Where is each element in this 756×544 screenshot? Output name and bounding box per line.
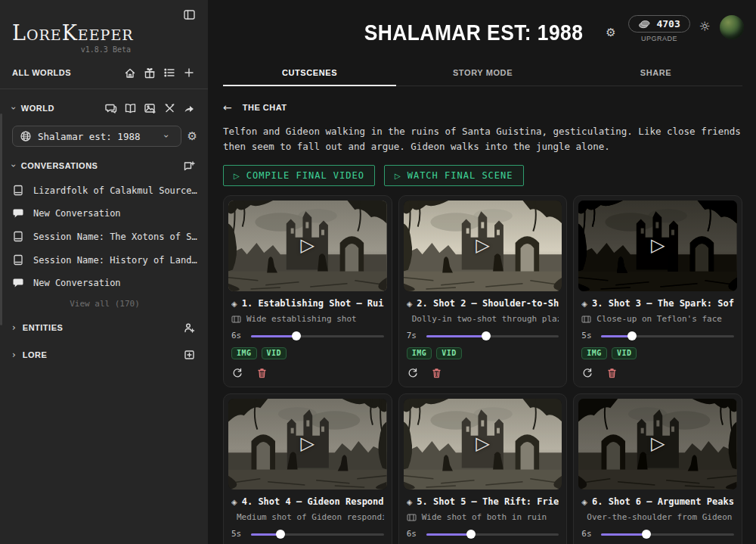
scene-shot-description: Wide establishing shot bbox=[231, 314, 384, 324]
scene-thumbnail[interactable]: ▷ bbox=[228, 201, 387, 291]
duration-label: 5s bbox=[231, 529, 243, 539]
sidebar-divider bbox=[0, 89, 208, 89]
delete-icon[interactable] bbox=[256, 367, 268, 379]
session-book-icon bbox=[12, 185, 24, 196]
conversation-item[interactable]: Session Name: The Xotons of S… bbox=[12, 225, 197, 248]
list-icon[interactable] bbox=[161, 64, 178, 81]
img-badge: IMG bbox=[407, 347, 432, 359]
duration-slider[interactable] bbox=[601, 331, 734, 340]
tab-story-mode[interactable]: STORY MODE bbox=[396, 62, 569, 86]
add-entity-icon[interactable] bbox=[181, 319, 197, 336]
conversations-header[interactable]: › CONVERSATIONS bbox=[12, 157, 197, 174]
world-share-icon[interactable] bbox=[181, 100, 197, 117]
scene-card: ▷ ◈2. Shot 2 — Shoulder-to-Shoulder… Dol… bbox=[398, 195, 568, 387]
lore-section-header[interactable]: › LORE bbox=[12, 347, 197, 363]
conversation-item[interactable]: Lizardfolk of Calakmul Source… bbox=[12, 179, 197, 202]
scene-artwork bbox=[404, 201, 562, 291]
add-world-icon[interactable] bbox=[181, 64, 197, 81]
scene-thumbnail[interactable]: ▷ bbox=[404, 201, 562, 291]
scene-card: ▷ ◈1. Establishing Shot — Ruins of… Wide… bbox=[223, 195, 392, 387]
gift-icon[interactable] bbox=[141, 64, 158, 81]
view-all-link[interactable]: View all (170) bbox=[12, 299, 197, 309]
scene-thumbnail[interactable]: ▷ bbox=[404, 399, 562, 490]
all-worlds-label: ALL WORLDS bbox=[12, 68, 71, 77]
scene-card: ▷ ◈4. Shot 4 — Gideon Responds:… Medium … bbox=[223, 393, 392, 544]
world-image-add-icon[interactable] bbox=[141, 100, 158, 117]
coins-icon bbox=[638, 20, 651, 29]
new-conversation-icon[interactable] bbox=[181, 157, 197, 174]
world-chat-icon[interactable] bbox=[102, 100, 119, 117]
back-to-chat[interactable]: ← THE CHAT bbox=[223, 101, 742, 113]
compile-final-video-button[interactable]: ▷ COMPILE FINAL VIDEO bbox=[223, 165, 375, 186]
duration-label: 6s bbox=[581, 529, 593, 539]
user-avatar[interactable] bbox=[720, 15, 744, 39]
sidebar-scrollbar[interactable] bbox=[0, 113, 2, 325]
regenerate-icon[interactable] bbox=[407, 367, 419, 379]
sparkle-icon: ◈ bbox=[581, 300, 587, 308]
sparkle-icon: ◈ bbox=[407, 300, 413, 308]
img-badge: IMG bbox=[581, 347, 607, 359]
duration-slider[interactable] bbox=[426, 331, 559, 340]
entities-section-header[interactable]: › ENTITIES bbox=[12, 319, 197, 336]
slider-thumb[interactable] bbox=[276, 530, 285, 539]
lorekeeper-app: LoreKeeper v1.8.3 Beta ALL WORLDS bbox=[0, 0, 756, 544]
scene-title: ◈6. Shot 6 — Argument Peaks: A… bbox=[581, 496, 734, 507]
scene-artwork bbox=[228, 201, 387, 291]
chevron-down-icon: › bbox=[8, 164, 19, 168]
world-tools-icon[interactable] bbox=[161, 100, 178, 117]
play-icon: ▷ bbox=[234, 172, 240, 180]
credits-pill[interactable]: 4703 bbox=[628, 15, 689, 33]
entities-label: ENTITIES bbox=[23, 323, 64, 332]
duration-slider[interactable] bbox=[601, 530, 734, 539]
slider-thumb[interactable] bbox=[466, 530, 476, 539]
add-lore-icon[interactable] bbox=[181, 347, 197, 363]
scene-card: ▷ ◈3. Shot 3 — The Spark: Soft Barbs Clo… bbox=[573, 195, 742, 387]
vid-badge: VID bbox=[612, 347, 637, 359]
scene-card: ▷ ◈6. Shot 6 — Argument Peaks: A… Over-t… bbox=[573, 393, 742, 544]
scene-title: ◈5. Shot 5 — The Rift: Friends… bbox=[407, 496, 559, 507]
scene-title: ◈1. Establishing Shot — Ruins of… bbox=[231, 298, 384, 309]
slider-thumb[interactable] bbox=[642, 530, 651, 539]
delete-icon[interactable] bbox=[431, 367, 443, 379]
watch-final-scene-button[interactable]: ▷ WATCH FINAL SCENE bbox=[384, 165, 524, 186]
app-logo: LoreKeeper bbox=[12, 23, 197, 43]
scene-artwork bbox=[228, 399, 387, 490]
scene-thumbnail[interactable]: ▷ bbox=[578, 399, 737, 490]
scene-thumbnail[interactable]: ▷ bbox=[578, 201, 737, 291]
slider-thumb[interactable] bbox=[482, 331, 491, 340]
tab-share[interactable]: SHARE bbox=[569, 62, 742, 86]
film-icon bbox=[581, 316, 591, 323]
conversation-item[interactable]: New Conversation bbox=[12, 202, 197, 225]
world-settings-icon[interactable]: ⚙ bbox=[187, 129, 197, 143]
conversation-item[interactable]: Session Name: History of Land… bbox=[12, 248, 197, 272]
chevron-right-icon: › bbox=[12, 322, 16, 333]
session-book-icon bbox=[12, 231, 24, 242]
tab-bar: CUTSCENES STORY MODE SHARE bbox=[223, 62, 742, 86]
duration-slider[interactable] bbox=[251, 530, 384, 539]
delete-icon[interactable] bbox=[606, 367, 618, 379]
title-settings-icon[interactable]: ⚙ bbox=[606, 26, 615, 39]
regenerate-icon[interactable] bbox=[231, 367, 243, 379]
scene-title: ◈2. Shot 2 — Shoulder-to-Shoulder… bbox=[407, 298, 559, 309]
slider-thumb[interactable] bbox=[627, 331, 637, 340]
conversation-list: Lizardfolk of Calakmul Source… New Conve… bbox=[12, 179, 197, 294]
home-icon[interactable] bbox=[122, 64, 138, 81]
scene-thumbnail[interactable]: ▷ bbox=[228, 399, 387, 490]
duration-label: 7s bbox=[407, 331, 419, 340]
page-title: SHALAMAR EST: 1988 bbox=[364, 20, 584, 45]
conversation-item[interactable]: New Conversation bbox=[12, 272, 197, 294]
theme-toggle-icon[interactable]: ☼ bbox=[699, 19, 711, 34]
duration-slider[interactable] bbox=[251, 331, 384, 340]
world-section-header[interactable]: › WORLD bbox=[12, 100, 197, 117]
lore-label: LORE bbox=[23, 350, 48, 359]
world-book-icon[interactable] bbox=[122, 100, 138, 117]
world-selector[interactable]: Shalamar est: 1988 › bbox=[12, 126, 181, 147]
sparkle-icon: ◈ bbox=[231, 498, 237, 506]
upgrade-link[interactable]: UPGRADE bbox=[641, 35, 677, 42]
duration-label: 5s bbox=[581, 331, 593, 340]
duration-slider[interactable] bbox=[426, 530, 559, 539]
tab-cutscenes[interactable]: CUTSCENES bbox=[223, 62, 396, 86]
collapse-sidebar-icon[interactable] bbox=[181, 6, 197, 23]
slider-thumb[interactable] bbox=[292, 331, 301, 340]
regenerate-icon[interactable] bbox=[581, 367, 593, 379]
